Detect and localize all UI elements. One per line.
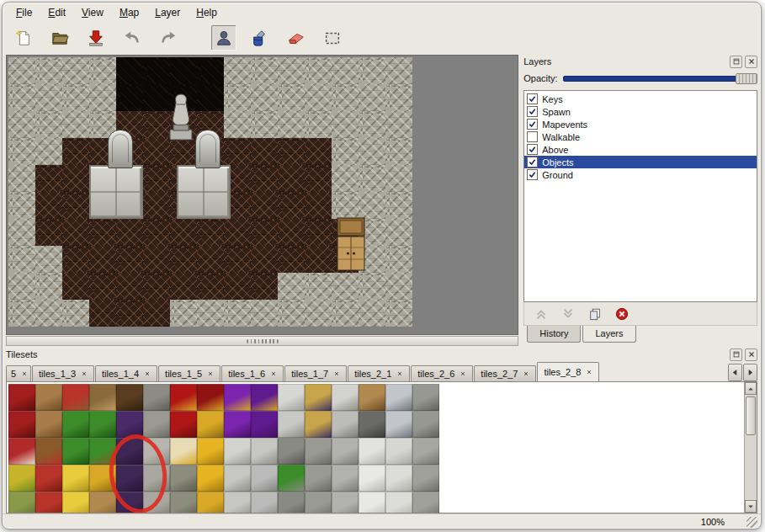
map-tile[interactable] <box>251 219 278 246</box>
map-tile[interactable] <box>170 57 197 84</box>
tileset-tile[interactable] <box>224 438 251 465</box>
map-view[interactable] <box>6 55 518 335</box>
map-tile[interactable] <box>143 138 170 165</box>
map-tile[interactable] <box>385 273 412 300</box>
open-folder-button[interactable] <box>47 25 72 51</box>
tab-scroll-left-button[interactable] <box>728 364 742 381</box>
tileset-tile[interactable] <box>143 438 170 465</box>
scroll-up-button[interactable] <box>745 382 757 395</box>
map-tile[interactable] <box>8 246 35 273</box>
map-tile[interactable] <box>62 219 89 246</box>
close-tab-icon[interactable] <box>144 370 151 377</box>
map-tile[interactable] <box>116 219 143 246</box>
map-tile[interactable] <box>170 273 197 300</box>
map-tile[interactable] <box>170 246 197 273</box>
map-tile[interactable] <box>359 84 385 111</box>
map-tile[interactable] <box>197 246 224 273</box>
map-tile[interactable] <box>89 84 116 111</box>
tileset-tile[interactable] <box>251 465 278 492</box>
map-tile[interactable] <box>35 84 62 111</box>
map-tile[interactable] <box>332 138 359 165</box>
resize-grip-icon[interactable] <box>746 517 757 528</box>
map-object-gravestone[interactable] <box>108 130 133 168</box>
map-tile[interactable] <box>170 300 197 327</box>
map-tile[interactable] <box>251 57 278 84</box>
map-object-gravestone[interactable] <box>195 130 220 168</box>
map-tile[interactable] <box>278 192 305 219</box>
map-tile[interactable] <box>143 57 170 84</box>
map-tile[interactable] <box>89 219 116 246</box>
tileset-tile[interactable] <box>305 411 332 438</box>
map-tile[interactable] <box>224 273 251 300</box>
layer-row-keys[interactable]: Keys <box>524 93 757 105</box>
map-tile[interactable] <box>116 84 143 111</box>
tileset-tile[interactable] <box>278 411 305 438</box>
tileset-tile[interactable] <box>143 384 170 411</box>
tileset-tile[interactable] <box>278 384 305 411</box>
scrollbar-thumb[interactable] <box>746 396 756 435</box>
map-tile[interactable] <box>224 300 251 327</box>
stamp-tool-button[interactable] <box>211 25 236 51</box>
tileset-tab-tiles_2_1[interactable]: tiles_2_1 <box>348 365 410 381</box>
tileset-tile[interactable] <box>197 465 224 492</box>
scroll-down-button[interactable] <box>745 500 757 513</box>
map-tile[interactable] <box>385 57 412 84</box>
move-layer-down-button[interactable] <box>560 306 576 322</box>
map-tile[interactable] <box>143 300 170 327</box>
tileset-tile[interactable] <box>197 438 224 465</box>
map-tile[interactable] <box>251 192 278 219</box>
map-tile[interactable] <box>278 84 305 111</box>
tileset-tile[interactable] <box>35 384 62 411</box>
map-tile[interactable] <box>305 192 332 219</box>
map-tile[interactable] <box>35 219 62 246</box>
close-tab-icon[interactable] <box>396 370 403 377</box>
tab-scroll-right-button[interactable] <box>743 364 757 381</box>
map-tile[interactable] <box>224 246 251 273</box>
tileset-tile[interactable] <box>412 465 439 492</box>
map-tile[interactable] <box>332 84 359 111</box>
tileset-tile[interactable] <box>412 384 439 411</box>
map-canvas[interactable] <box>8 57 412 327</box>
map-tile[interactable] <box>116 273 143 300</box>
tileset-tile[interactable] <box>332 384 359 411</box>
map-tile[interactable] <box>224 57 251 84</box>
map-tile[interactable] <box>278 111 305 138</box>
map-tile[interactable] <box>224 138 251 165</box>
close-tab-icon[interactable] <box>460 370 466 377</box>
map-tile[interactable] <box>305 138 332 165</box>
layer-row-ground[interactable]: Ground <box>524 168 757 181</box>
map-tile[interactable] <box>35 138 62 165</box>
map-tile[interactable] <box>385 192 412 219</box>
map-tile[interactable] <box>385 138 412 165</box>
map-tile[interactable] <box>170 138 197 165</box>
tileset-tile[interactable] <box>359 492 385 513</box>
undo-button[interactable] <box>120 25 145 51</box>
map-tile[interactable] <box>62 300 89 327</box>
map-tile[interactable] <box>35 192 62 219</box>
close-tab-icon[interactable] <box>270 370 277 377</box>
map-tile[interactable] <box>305 219 332 246</box>
layer-checkbox[interactable] <box>527 157 538 168</box>
tileset-tile[interactable] <box>197 492 224 513</box>
tileset-tile[interactable] <box>8 438 35 465</box>
tileset-tile[interactable] <box>305 492 332 513</box>
tileset-tile[interactable] <box>143 492 170 513</box>
map-tile[interactable] <box>62 57 89 84</box>
tileset-tile[interactable] <box>197 411 224 438</box>
tileset-tile[interactable] <box>8 384 35 411</box>
map-tile[interactable] <box>251 84 278 111</box>
tileset-tile[interactable] <box>332 411 359 438</box>
tileset-tile[interactable] <box>385 492 412 513</box>
tileset-tab-tiles_1_4[interactable]: tiles_1_4 <box>95 365 157 381</box>
tileset-tab-tiles_1_3[interactable]: tiles_1_3 <box>32 365 94 381</box>
menu-help[interactable]: Help <box>193 5 220 20</box>
tileset-tile[interactable] <box>170 384 197 411</box>
map-tile[interactable] <box>278 138 305 165</box>
tileset-tile[interactable] <box>251 438 278 465</box>
duplicate-layer-button[interactable] <box>587 306 603 322</box>
tileset-tile[interactable] <box>224 492 251 513</box>
horizontal-splitter[interactable] <box>6 336 518 346</box>
map-tile[interactable] <box>278 57 305 84</box>
map-tile[interactable] <box>305 84 332 111</box>
tileset-tile[interactable] <box>359 438 385 465</box>
